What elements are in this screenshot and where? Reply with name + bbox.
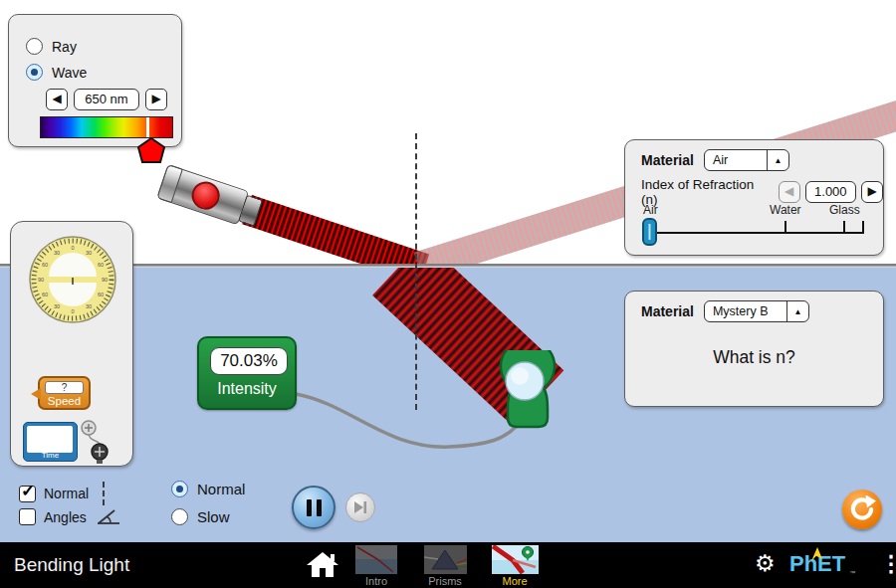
sim-speed-slow[interactable]: Slow: [171, 508, 230, 525]
ray-radio[interactable]: [26, 38, 43, 55]
protractor-number: 30: [54, 250, 60, 256]
gear-icon[interactable]: ⚙: [755, 550, 776, 577]
pause-button[interactable]: [292, 486, 336, 529]
wave-label: Wave: [52, 65, 87, 81]
index-increase-button[interactable]: ▶: [861, 181, 883, 203]
index-value[interactable]: 1.000: [805, 181, 857, 203]
normal-option[interactable]: Normal: [19, 482, 105, 505]
material-combo-mystery[interactable]: Mystery B ▲: [704, 300, 809, 322]
sim-speed-slow-label: Slow: [197, 508, 230, 525]
protractor-number: 30: [86, 250, 92, 256]
time-tool-probes[interactable]: [77, 419, 111, 465]
time-label: Time: [24, 451, 77, 460]
slider-tick-air: Air: [643, 203, 658, 217]
tab-prisms[interactable]: Prisms: [420, 545, 470, 587]
more-tools-tab-thumbnail: [492, 545, 539, 574]
speed-tool[interactable]: ? Speed: [38, 376, 91, 410]
sim-title: Bending Light: [14, 542, 129, 588]
step-forward-button[interactable]: [345, 492, 375, 522]
protractor-number: 60: [42, 292, 48, 297]
sim-speed-normal[interactable]: Normal: [171, 481, 245, 497]
wavelength-slider-thumb[interactable]: [137, 137, 165, 163]
sim-speed-normal-label: Normal: [197, 481, 245, 497]
material-label: Material: [641, 303, 694, 319]
protractor-number: 30: [54, 303, 60, 309]
speed-label: Speed: [40, 395, 89, 407]
material-combo-value: Air: [705, 153, 767, 167]
protractor-number: 60: [98, 292, 104, 297]
protractor-number: 90: [38, 277, 44, 283]
protractor-number: 60: [42, 262, 48, 268]
wavelength-spectrum-track[interactable]: [40, 116, 173, 138]
protractor-number: 0: [71, 245, 74, 251]
combo-up-arrow-icon[interactable]: ▲: [786, 301, 808, 321]
intensity-label: Intensity: [199, 380, 295, 398]
intensity-meter[interactable]: 70.03% Intensity: [197, 336, 297, 410]
tab-prisms-label: Prisms: [420, 575, 470, 587]
slider-tick-glass: Glass: [829, 203, 860, 217]
home-icon[interactable]: [307, 552, 338, 578]
reset-all-button[interactable]: [842, 490, 882, 529]
laser-view-panel: Ray Wave ◀ 650 nm ▶: [8, 14, 182, 147]
protractor-number: 0: [71, 308, 74, 314]
wavelength-increase-button[interactable]: ▶: [145, 89, 167, 110]
step-forward-icon: [353, 500, 367, 514]
toolbox-panel: 0 30 60 90 60 30 0 30 60 90 60 30 ? Spee…: [10, 221, 133, 467]
angles-checkbox-label: Angles: [44, 509, 87, 525]
angles-checkbox[interactable]: [19, 508, 36, 525]
ray-option[interactable]: Ray: [26, 38, 77, 55]
intro-tab-thumbnail: [355, 545, 397, 574]
sim-speed-slow-radio[interactable]: [171, 508, 188, 525]
protractor-number: 90: [102, 277, 108, 283]
wave-option[interactable]: Wave: [26, 64, 87, 81]
wave-time-tool[interactable]: Time: [23, 422, 78, 462]
tab-intro-label: Intro: [351, 575, 401, 587]
intensity-sensor[interactable]: [495, 350, 560, 434]
air-material-interface: [0, 264, 896, 268]
tab-more-tools-label: More Tools: [490, 575, 540, 588]
phet-trademark: ™: [849, 570, 855, 576]
wavelength-decrease-button[interactable]: ◀: [46, 89, 68, 110]
material-label: Material: [641, 152, 694, 168]
wavelength-value[interactable]: 650 nm: [74, 89, 139, 110]
material-panel-mystery: Material Mystery B ▲ What is n?: [624, 291, 884, 407]
phet-logo[interactable]: PhET ™: [789, 551, 845, 577]
incident-wave-beam: [242, 195, 429, 268]
mystery-question: What is n?: [625, 347, 883, 368]
sim-speed-normal-radio[interactable]: [171, 481, 188, 497]
normal-checkbox-label: Normal: [44, 486, 89, 501]
tab-more-tools[interactable]: More Tools: [490, 545, 540, 588]
normal-line-icon: [103, 482, 105, 505]
navigation-bar: Bending Light Intro Prisms: [0, 542, 896, 588]
reset-arrow-icon: [848, 495, 876, 523]
combo-up-arrow-icon[interactable]: ▲: [767, 150, 788, 170]
wavelength-marker: [146, 117, 149, 137]
index-slider-track[interactable]: [641, 217, 868, 247]
bending-light-simulation: 70.03% Intensity Ray Wave ◀ 650 nm ▶ Mat…: [0, 0, 896, 588]
protractor-number: 30: [86, 303, 92, 309]
prisms-tab-thumbnail: [424, 545, 467, 574]
sensor-lens-highlight: [511, 367, 529, 385]
wave-radio[interactable]: [26, 64, 43, 81]
protractor-tool[interactable]: 0 30 60 90 60 30 0 30 60 90 60 30: [28, 235, 117, 324]
material-panel-air: Material Air ▲ Index of Refraction (n) ◀…: [624, 139, 884, 256]
time-chart-screen: [27, 426, 73, 453]
material-combo-air[interactable]: Air ▲: [704, 149, 789, 171]
index-decrease-button[interactable]: ◀: [779, 181, 800, 203]
protractor-number: 60: [98, 262, 104, 268]
angles-option[interactable]: Angles: [19, 508, 120, 525]
index-slider[interactable]: Air Water Glass: [641, 203, 868, 247]
menu-dots-icon[interactable]: ⋮: [880, 549, 896, 579]
material-combo-value: Mystery B: [705, 304, 786, 318]
intensity-readout: 70.03%: [210, 347, 288, 375]
tab-intro[interactable]: Intro: [351, 545, 401, 587]
slider-tick-water: Water: [770, 203, 801, 217]
ray-label: Ray: [52, 39, 77, 55]
angles-icon: [97, 508, 120, 525]
normal-checkbox[interactable]: [19, 486, 36, 502]
normal-dashed-line: [415, 133, 417, 410]
speed-readout: ?: [45, 381, 84, 394]
